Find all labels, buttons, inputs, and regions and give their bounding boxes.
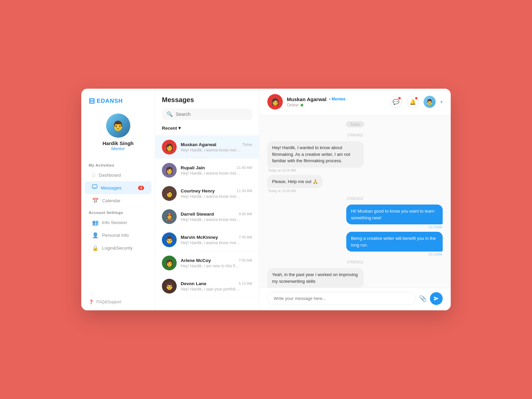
conv-info: Muskan Agarwal Today Hey! Hardik, i wann…: [181, 142, 252, 152]
online-dot: [301, 104, 303, 106]
conv-avatar: 👩: [162, 256, 177, 270]
chevron-down-icon[interactable]: ▾: [440, 99, 443, 104]
message-input[interactable]: [267, 292, 416, 305]
chat-contact-name: Muskan Agarwal: [287, 96, 326, 102]
conversation-item[interactable]: 👨 Marvin McKinney 7:45 AM Hey! Hardik, i…: [155, 228, 259, 252]
mentee-badge: • Mentee: [329, 97, 346, 101]
conv-name: Marvin McKinney: [181, 235, 218, 240]
message-list-header: Messages 🔍 Recent ▾: [155, 89, 259, 136]
chat-options-button[interactable]: 💬: [390, 96, 402, 108]
conversation-list: 👩 Muskan Agarwal Today Hey! Hardik, i wa…: [155, 136, 259, 310]
message-bubble-wrapper: Hey! Hardik, I wanted to know about film…: [267, 141, 364, 172]
notifications-button[interactable]: 🔔: [407, 96, 419, 108]
search-box[interactable]: 🔍: [162, 108, 252, 120]
chat-contact-avatar: 👩: [267, 94, 283, 109]
sidebar: ⊟ EDANSH 👨 Hardik Singh Mentor My Activi…: [81, 89, 155, 310]
conversation-item[interactable]: 👩 Courtney Henry 11:30 AM Hey! Hardik, i…: [155, 182, 259, 205]
online-status-text: Online: [287, 103, 299, 107]
logo-icon: ⊟: [89, 97, 95, 105]
search-input[interactable]: [176, 112, 248, 117]
faq-label: FAQ&Support: [96, 300, 121, 304]
conv-preview: Hey! Hardik, i wanna know more about dev…: [181, 194, 241, 199]
conv-info: Marvin McKinney 7:45 AM Hey! Hardik, i w…: [181, 235, 252, 245]
attach-button[interactable]: 📎: [419, 295, 427, 302]
dashboard-icon: ⌂: [92, 172, 95, 178]
profile-section: 👨 Hardik Singh Mentor: [81, 111, 155, 157]
conv-preview: Hey! Hardik, i wanna know more about fil…: [181, 148, 241, 152]
conversation-item[interactable]: 👨 Devon Lane 5:15 AM Hey! Hardik, i saw …: [155, 275, 259, 298]
conv-time: Today: [242, 142, 252, 146]
bell-icon: 🔔: [409, 99, 416, 105]
app-window: ⊟ EDANSH 👨 Hardik Singh Mentor My Activi…: [81, 89, 451, 310]
conversation-item[interactable]: 👲 Darrell Steward 9:00 AM Hey! Hardik, i…: [155, 205, 259, 228]
conv-info: Arlene McCoy 7:00 AM Hey! Hardik, i am n…: [181, 258, 252, 268]
sidebar-item-info-session[interactable]: 👥 Info Session: [85, 216, 151, 229]
header-icons: 💬 🔔 👨 ▾: [390, 96, 443, 108]
conv-info: Devon Lane 5:15 AM Hey! Hardik, i saw yo…: [181, 281, 252, 292]
conv-time: 7:00 AM: [239, 258, 252, 262]
sidebar-item-label: Messages: [101, 185, 122, 190]
message-bubble: Hey! Hardik, I wanted to know about film…: [267, 141, 364, 168]
sidebar-item-label: Login&Security: [102, 246, 133, 251]
recent-label[interactable]: Recent ▾: [162, 124, 252, 131]
message-bubble-wrapper: Please, Help me out 🙏 Today at 10:00 AM: [267, 175, 364, 193]
conv-preview: Hey! Hardik, i wanna know more about mar…: [181, 171, 241, 176]
calendar-icon: 📅: [92, 197, 99, 204]
bell-notif-dot: [415, 97, 418, 100]
message-time: 10:15AM: [428, 253, 443, 256]
faq-icon: ❓: [89, 300, 94, 304]
conv-name: Muskan Agarwal: [181, 142, 216, 147]
message-time: 10:15AM: [428, 225, 443, 229]
message-bubble: Hi! Muskan good to know you want to lear…: [346, 205, 443, 224]
date-label: 17/06/2021: [267, 260, 443, 264]
svg-rect-0: [92, 185, 97, 188]
message-bubble-wrapper: Hi! Muskan good to know you want to lear…: [346, 205, 443, 229]
nav-section: My Activities ⌂ Dashboard Messages 4 📅 C…: [81, 157, 155, 296]
send-button[interactable]: [430, 292, 443, 305]
conversation-item[interactable]: 👩 Arlene McCoy 7:00 AM Hey! Hardik, i am…: [155, 252, 259, 275]
search-icon: 🔍: [167, 111, 173, 117]
faq-support[interactable]: ❓ FAQ&Support: [81, 296, 155, 310]
message-bubble: Yeah, in the past year i worked on impro…: [267, 268, 364, 287]
message-bubble: Being a creative writer will benefit you…: [346, 232, 443, 252]
message-list-panel: Messages 🔍 Recent ▾ 👩 Muskan Agarwal Tod…: [155, 89, 259, 310]
conv-name: Darrell Steward: [181, 212, 214, 217]
info-session-icon: 👥: [92, 219, 99, 226]
message-time: Today at 10:00 AM: [267, 169, 297, 172]
conversation-item[interactable]: 👩 Rupali Jain 11:40 AM Hey! Hardik, i wa…: [155, 159, 259, 182]
day-divider: Today: [346, 121, 364, 127]
user-header-avatar[interactable]: 👨: [424, 96, 436, 108]
chat-panel: 👩 Muskan Agarwal • Mentee Online 💬: [259, 89, 451, 310]
chevron-down-icon: ▾: [178, 125, 181, 131]
message-bubble: Please, Help me out 🙏: [267, 175, 323, 188]
sidebar-item-label: Personal Info: [102, 233, 129, 238]
conv-avatar: 👩: [162, 140, 177, 154]
sidebar-item-personal-info[interactable]: 👤 Personal Info: [85, 229, 151, 241]
sidebar-item-dashboard[interactable]: ⌂ Dashboard: [85, 169, 151, 181]
user-role: Mentor: [111, 146, 125, 151]
sidebar-item-label: Dashboard: [99, 173, 121, 178]
message-bubble-wrapper: Being a creative writer will benefit you…: [346, 232, 443, 256]
conv-name: Devon Lane: [181, 281, 207, 286]
my-activities-label: My Activities: [81, 160, 155, 169]
sidebar-item-label: Info Session: [102, 220, 127, 225]
date-label: 17/06/2021: [267, 197, 443, 201]
conv-time: 11:40 AM: [237, 166, 252, 170]
logo: ⊟ EDANSH: [81, 97, 155, 111]
login-security-icon: 🔒: [92, 245, 99, 251]
conv-preview: Hey! Hardik, i wanna know more about gro…: [181, 217, 241, 222]
conv-avatar: 👨: [162, 279, 177, 294]
conv-avatar: 👩: [162, 186, 177, 201]
sidebar-item-messages[interactable]: Messages 4: [85, 181, 151, 194]
conv-name: Rupali Jain: [181, 165, 205, 170]
chat-header: 👩 Muskan Agarwal • Mentee Online 💬: [259, 89, 451, 115]
chat-messages: Today17/06/2021 Hey! Hardik, I wanted to…: [259, 115, 451, 287]
sidebar-item-login-security[interactable]: 🔒 Login&Security: [85, 242, 151, 254]
sidebar-item-calendar[interactable]: 📅 Calendar: [85, 194, 151, 207]
conv-name: Courtney Henry: [181, 188, 215, 193]
conv-avatar: 👨: [162, 232, 177, 247]
avatar: 👨: [106, 114, 130, 138]
conversation-item[interactable]: 👩 Muskan Agarwal Today Hey! Hardik, i wa…: [155, 136, 259, 159]
conv-time: 9:00 AM: [239, 212, 252, 216]
sidebar-item-label: Calendar: [102, 198, 121, 203]
